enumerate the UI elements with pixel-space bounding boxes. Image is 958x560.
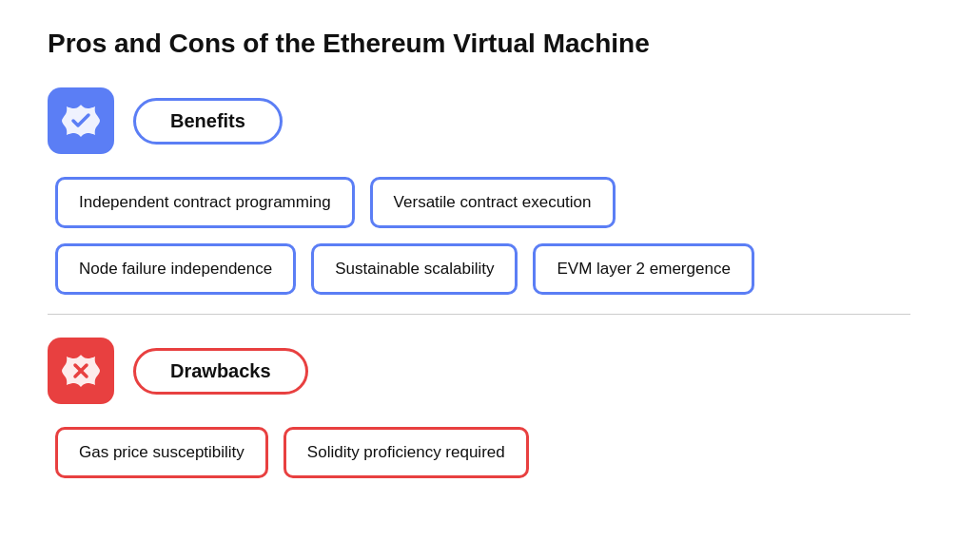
benefits-header: Benefits xyxy=(48,87,910,154)
benefits-section: Benefits Independent contract programmin… xyxy=(48,87,910,295)
tag-gas-price: Gas price susceptibility xyxy=(55,427,268,478)
tag-independent-contract: Independent contract programming xyxy=(55,177,355,228)
drawbacks-icon-badge xyxy=(48,338,114,404)
benefits-label: Benefits xyxy=(133,98,283,145)
check-badge-icon xyxy=(62,102,100,140)
drawbacks-header: Drawbacks xyxy=(48,338,910,404)
page-container: Pros and Cons of the Ethereum Virtual Ma… xyxy=(0,0,958,560)
tag-versatile-contract: Versatile contract execution xyxy=(370,177,616,228)
page-title: Pros and Cons of the Ethereum Virtual Ma… xyxy=(48,29,910,59)
tag-evm-layer: EVM layer 2 emergence xyxy=(533,243,753,295)
tag-sustainable-scalability: Sustainable scalability xyxy=(311,243,518,295)
section-divider xyxy=(48,314,910,315)
drawbacks-label: Drawbacks xyxy=(133,348,308,395)
benefits-tags-row-2: Node failure independence Sustainable sc… xyxy=(48,243,910,295)
x-badge-icon xyxy=(62,352,100,390)
benefits-tags-row-1: Independent contract programming Versati… xyxy=(48,177,910,228)
benefits-icon-badge xyxy=(48,87,114,154)
tag-solidity-proficiency: Solidity proficiency required xyxy=(283,427,529,478)
drawbacks-tags-row: Gas price susceptibility Solidity profic… xyxy=(48,427,910,478)
tag-node-failure: Node failure independence xyxy=(55,243,296,295)
drawbacks-section: Drawbacks Gas price susceptibility Solid… xyxy=(48,338,910,478)
